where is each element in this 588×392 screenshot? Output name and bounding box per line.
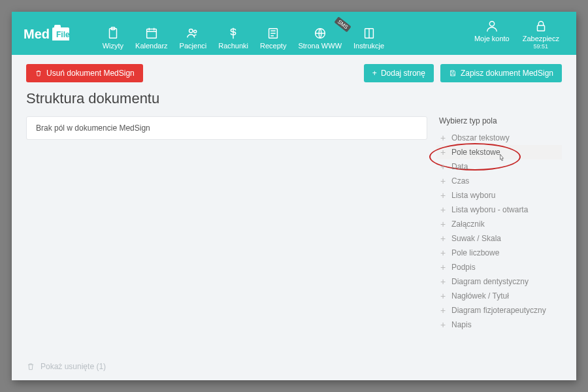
svg-point-3 (189, 29, 193, 33)
field-type-item[interactable]: +Napis (436, 318, 562, 332)
plus-icon: + (439, 263, 447, 272)
user-icon (485, 19, 499, 33)
nav-account[interactable]: Moje konto (469, 18, 515, 51)
field-type-item[interactable]: +Suwak / Skala (436, 231, 562, 246)
field-type-item[interactable]: +Diagram fizjoterapeutyczny (436, 303, 562, 318)
field-type-label: Obszar tekstowy (451, 133, 510, 142)
plus-icon: + (439, 291, 447, 301)
field-type-item[interactable]: +Nagłówek / Tytuł (436, 289, 562, 303)
field-type-label: Nagłówek / Tytuł (451, 291, 509, 301)
book-icon (362, 26, 376, 41)
plus-icon: + (439, 220, 447, 229)
field-type-item[interactable]: +Diagram dentystyczny (436, 274, 562, 289)
field-type-label: Załącznik (451, 220, 485, 229)
field-type-label: Lista wyboru (451, 191, 495, 200)
field-type-label: Pole tekstowe (451, 148, 500, 157)
calendar-icon (144, 26, 159, 41)
field-type-item[interactable]: +Załącznik (436, 217, 562, 231)
save-document-button[interactable]: Zapisz dokument MedSign (440, 64, 562, 82)
plus-icon: + (439, 277, 447, 286)
page-title: Struktura dokumentu (26, 90, 562, 107)
nav-invoices[interactable]: Rachunki (213, 25, 253, 51)
action-bar: Usuń dokument MedSign + Dodaj stronę Zap… (26, 64, 562, 82)
globe-icon (313, 26, 327, 41)
plus-icon: + (372, 69, 377, 78)
save-icon (449, 69, 457, 77)
lock-icon (534, 19, 548, 33)
footer: Pokaż usunięte (1) (12, 355, 576, 380)
nav-main: Wizyty Kalendarz Pacjenci Rachunki Recep… (97, 25, 389, 51)
plus-icon: + (439, 306, 447, 315)
field-type-label: Podpis (451, 263, 476, 272)
logo[interactable]: Med File (24, 27, 84, 42)
field-type-label: Diagram dentystyczny (451, 277, 529, 286)
field-type-label: Napis (451, 320, 472, 329)
people-icon (186, 26, 200, 41)
nav-instructions[interactable]: Instrukcje (348, 25, 389, 51)
empty-document-message: Brak pól w dokumencie MedSign (26, 116, 427, 140)
plus-icon: + (439, 148, 447, 157)
clipboard-icon (106, 26, 120, 41)
field-type-label: Data (451, 162, 468, 171)
plus-icon: + (439, 248, 447, 257)
field-type-item[interactable]: +Czas (436, 174, 562, 188)
nav-patients[interactable]: Pacjenci (174, 25, 212, 51)
field-type-item[interactable]: +Obszar tekstowy (436, 131, 562, 145)
field-type-label: Suwak / Skala (451, 234, 501, 243)
plus-icon: + (439, 320, 447, 329)
svg-rect-2 (146, 29, 156, 39)
svg-point-8 (489, 22, 494, 26)
show-deleted-link[interactable]: Pokaż usunięte (1) (41, 362, 106, 371)
plus-icon: + (439, 205, 447, 214)
field-type-label: Diagram fizjoterapeutyczny (451, 306, 546, 315)
nav-right: Moje konto Zabezpiecz 59:51 (469, 18, 564, 51)
field-types-panel: Wybierz typ pola +Obszar tekstowy+Pole t… (436, 116, 562, 351)
plus-icon: + (439, 234, 447, 243)
logo-text-2: File (56, 30, 70, 39)
field-type-item[interactable]: +Pole liczbowe (436, 246, 562, 260)
field-type-item[interactable]: +Lista wyboru (436, 188, 562, 203)
field-type-item[interactable]: +Data (436, 159, 562, 174)
logo-text-1: Med (24, 27, 50, 42)
field-type-item[interactable]: +Pole tekstowe (436, 145, 562, 159)
field-type-label: Lista wyboru - otwarta (451, 205, 528, 214)
plus-icon: + (439, 191, 447, 200)
delete-document-button[interactable]: Usuń dokument MedSign (26, 64, 143, 82)
trash-icon (35, 69, 42, 77)
top-nav: Med File Wizyty Kalendarz Pacjenci (12, 12, 576, 55)
list-icon (266, 26, 280, 41)
nav-website[interactable]: SMS Strona WWW (293, 25, 347, 51)
plus-icon: + (439, 162, 447, 171)
nav-lock[interactable]: Zabezpiecz 59:51 (517, 18, 564, 51)
trash-icon (26, 362, 35, 371)
field-type-label: Pole liczbowe (451, 248, 499, 257)
dollar-icon (226, 26, 240, 41)
document-structure-column: Brak pól w dokumencie MedSign (26, 116, 427, 351)
nav-visits[interactable]: Wizyty (97, 25, 129, 51)
field-type-label: Czas (451, 176, 469, 186)
plus-icon: + (439, 133, 447, 142)
field-types-title: Wybierz typ pola (436, 116, 562, 125)
field-type-item[interactable]: +Lista wyboru - otwarta (436, 203, 562, 217)
add-page-button[interactable]: + Dodaj stronę (364, 64, 434, 82)
nav-prescriptions[interactable]: Recepty (255, 25, 291, 51)
svg-rect-9 (537, 25, 544, 31)
svg-point-4 (194, 30, 197, 33)
plus-icon: + (439, 176, 447, 186)
nav-calendar[interactable]: Kalendarz (130, 25, 173, 51)
field-type-item[interactable]: +Podpis (436, 260, 562, 274)
